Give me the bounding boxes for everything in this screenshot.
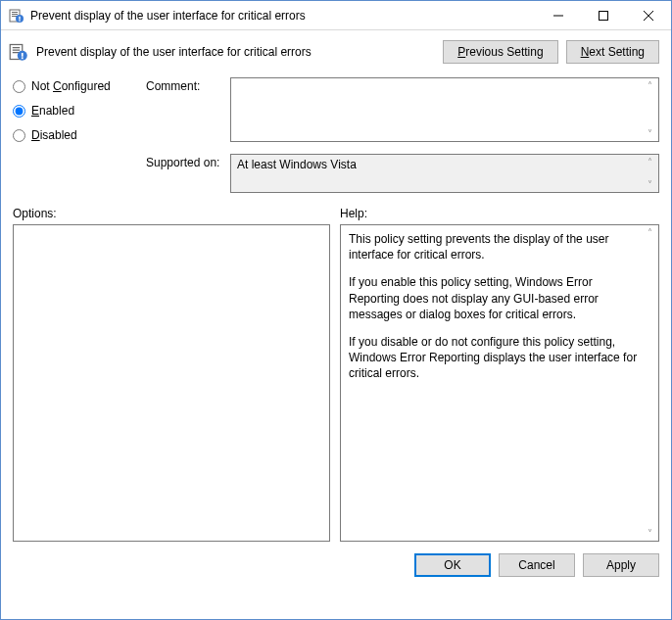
- policy-title: Prevent display of the user interface fo…: [36, 45, 435, 59]
- not-configured-label[interactable]: Not Configured: [31, 79, 111, 93]
- ok-button[interactable]: OK: [414, 553, 491, 577]
- apply-button[interactable]: Apply: [583, 553, 659, 577]
- scroll-up-icon: ˄: [643, 227, 656, 238]
- enabled-radio[interactable]: [13, 105, 25, 118]
- svg-rect-13: [13, 50, 21, 51]
- maximize-button[interactable]: [581, 1, 626, 30]
- svg-rect-12: [13, 47, 21, 48]
- titlebar: Prevent display of the user interface fo…: [1, 1, 671, 30]
- scroll-down-icon: ˅: [643, 528, 656, 539]
- comment-textarea[interactable]: ˄ ˅: [230, 77, 659, 142]
- svg-rect-8: [600, 11, 608, 20]
- disabled-label[interactable]: Disabled: [31, 128, 77, 142]
- svg-rect-6: [19, 20, 20, 21]
- footer-buttons: OK Cancel Apply: [1, 542, 671, 587]
- supported-on-value: At least Windows Vista: [237, 158, 357, 171]
- close-button[interactable]: [626, 1, 671, 30]
- help-label: Help:: [340, 207, 367, 220]
- options-pane: [13, 224, 330, 542]
- previous-setting-button[interactable]: Previous Setting: [443, 40, 557, 64]
- state-radio-group: Not Configured Enabled Disabled: [13, 77, 140, 142]
- comment-label: Comment:: [146, 77, 224, 93]
- svg-rect-2: [12, 14, 18, 15]
- help-paragraph: If you enable this policy setting, Windo…: [349, 274, 643, 322]
- help-text: This policy setting prevents the display…: [349, 231, 643, 382]
- svg-rect-5: [19, 16, 20, 19]
- not-configured-radio[interactable]: [13, 80, 25, 93]
- options-label: Options:: [13, 207, 330, 220]
- next-setting-button[interactable]: Next Setting: [566, 40, 659, 64]
- help-paragraph: If you disable or do not configure this …: [349, 334, 643, 382]
- policy-icon: [9, 42, 28, 62]
- config-area: Not Configured Enabled Disabled Comment:…: [1, 73, 671, 201]
- scroll-down-icon: ˅: [643, 128, 656, 139]
- supported-on-box: At least Windows Vista ˄ ˅: [230, 154, 659, 193]
- scroll-up-icon: ˄: [643, 80, 656, 91]
- svg-rect-17: [22, 57, 24, 59]
- policy-icon: [9, 8, 24, 24]
- svg-rect-16: [22, 53, 24, 57]
- header-band: Prevent display of the user interface fo…: [1, 30, 671, 73]
- minimize-button[interactable]: [536, 1, 581, 30]
- enabled-label[interactable]: Enabled: [31, 104, 74, 118]
- split-panes: This policy setting prevents the display…: [1, 224, 671, 542]
- svg-rect-1: [12, 12, 18, 13]
- scroll-up-icon: ˄: [643, 157, 656, 167]
- supported-on-label: Supported on:: [146, 154, 224, 169]
- help-pane: This policy setting prevents the display…: [340, 224, 659, 542]
- cancel-button[interactable]: Cancel: [499, 553, 575, 577]
- help-paragraph: This policy setting prevents the display…: [349, 231, 643, 262]
- window-title: Prevent display of the user interface fo…: [30, 9, 536, 23]
- split-labels: Options: Help:: [1, 201, 671, 224]
- scroll-down-icon: ˅: [643, 179, 656, 190]
- disabled-radio[interactable]: [13, 129, 25, 142]
